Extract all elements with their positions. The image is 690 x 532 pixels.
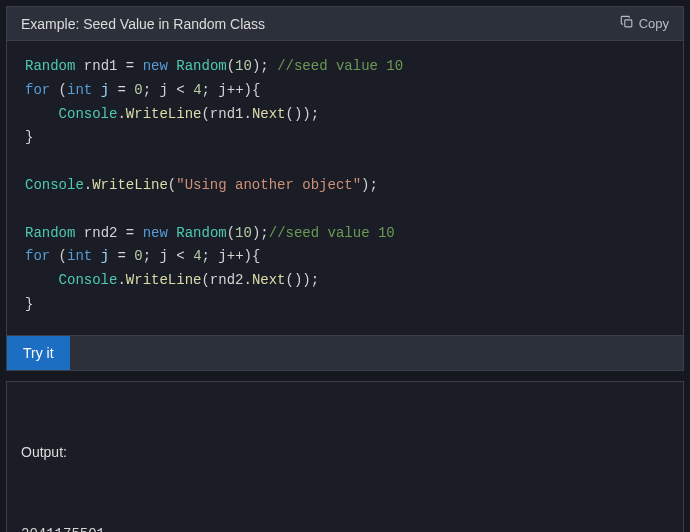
- code-line-7: for (int j = 0; j < 4; j++){: [25, 248, 260, 264]
- output-line: 2041175501: [21, 523, 669, 532]
- example-header: Example: Seed Value in Random Class Copy: [7, 7, 683, 41]
- tryit-bar: Try it: [7, 335, 683, 370]
- svg-rect-0: [624, 20, 631, 27]
- try-it-button[interactable]: Try it: [7, 336, 70, 370]
- copy-label: Copy: [639, 16, 669, 31]
- code-block: Random rnd1 = new Random(10); //seed val…: [7, 41, 683, 335]
- code-line-4: }: [25, 129, 33, 145]
- output-label: Output:: [21, 441, 669, 465]
- code-line-2: for (int j = 0; j < 4; j++){: [25, 82, 260, 98]
- example-title: Example: Seed Value in Random Class: [21, 16, 265, 32]
- copy-icon: [620, 15, 634, 32]
- code-line-1: Random rnd1 = new Random(10); //seed val…: [25, 58, 403, 74]
- code-line-6: Random rnd2 = new Random(10);//seed valu…: [25, 225, 395, 241]
- code-line-8: Console.WriteLine(rnd2.Next());: [25, 272, 319, 288]
- code-line-3: Console.WriteLine(rnd1.Next());: [25, 106, 319, 122]
- example-container: Example: Seed Value in Random Class Copy…: [6, 6, 684, 371]
- code-line-9: }: [25, 296, 33, 312]
- code-line-5: Console.WriteLine("Using another object"…: [25, 177, 378, 193]
- copy-button[interactable]: Copy: [620, 15, 669, 32]
- output-container: Output: 2041175501 1613858733 Using anot…: [6, 381, 684, 532]
